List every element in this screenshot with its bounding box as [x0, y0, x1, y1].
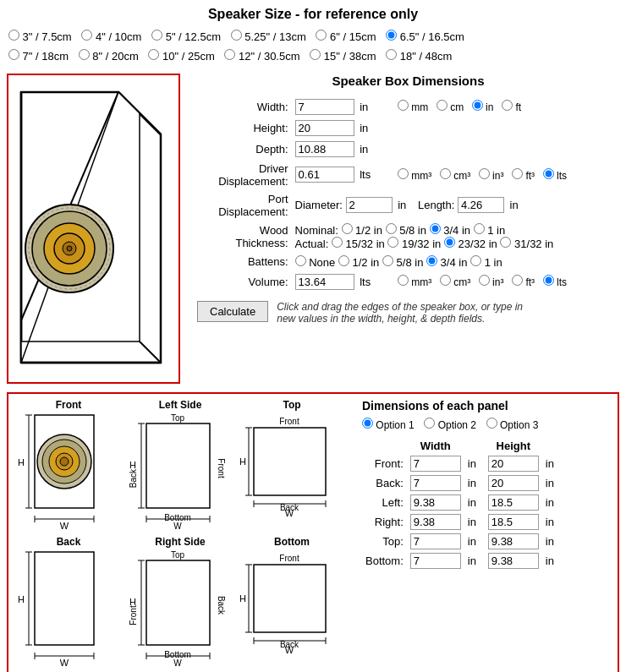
option1[interactable]: Option 1: [362, 419, 415, 431]
panel-rightside-title: Right Side: [125, 536, 235, 548]
svg-text:Front: Front: [217, 458, 226, 478]
size-3[interactable]: 3" / 7.5cm: [8, 30, 72, 43]
batten-5/8[interactable]: 5/8 in: [382, 256, 423, 269]
disp-cm3[interactable]: cm³: [440, 170, 470, 182]
size-5.25[interactable]: 5.25" / 13cm: [231, 30, 306, 43]
port-length-input[interactable]: [458, 197, 504, 213]
volume-input[interactable]: [295, 274, 354, 290]
svg-point-20: [60, 457, 69, 466]
svg-text:Front: Front: [279, 417, 299, 426]
dims-right-label: Right:: [362, 512, 407, 532]
size-4[interactable]: 4" / 10cm: [81, 30, 141, 43]
disp-lts[interactable]: lts: [543, 170, 567, 182]
panel-top: Top Front Back H W: [237, 399, 347, 534]
unit-ft[interactable]: ft: [502, 101, 521, 113]
disp-ft3[interactable]: ft³: [512, 170, 535, 182]
vol-mm3[interactable]: mm³: [398, 276, 431, 288]
size-5[interactable]: 5" / 12.5cm: [151, 30, 221, 43]
back-height-input[interactable]: [488, 475, 539, 491]
svg-text:Back: Back: [217, 596, 226, 615]
size-18[interactable]: 18" / 48cm: [386, 50, 452, 63]
dims-bottom-label: Bottom:: [362, 551, 407, 571]
svg-text:H: H: [129, 597, 136, 607]
driver-displacement-row: DriverDisplacement: lts mm³ cm³ in³ ft³ …: [197, 160, 619, 190]
front-height-input[interactable]: [488, 456, 539, 472]
wood-thickness-label: WoodThickness:: [197, 221, 292, 253]
right-width-input[interactable]: [410, 514, 461, 530]
panel-bottom-svg: Front Back H W: [237, 548, 343, 666]
depth-row: Depth: in: [197, 139, 619, 160]
depth-label: Depth:: [197, 139, 292, 160]
option3[interactable]: Option 3: [486, 419, 539, 431]
unit-cm[interactable]: cm: [437, 101, 464, 113]
panel-leftside-title: Left Side: [125, 399, 235, 411]
left-height-input[interactable]: [488, 494, 539, 511]
left-width-input[interactable]: [410, 494, 461, 511]
size-7[interactable]: 7" / 18cm: [8, 50, 69, 63]
batten-none[interactable]: None: [295, 256, 336, 269]
svg-text:W: W: [60, 658, 69, 666]
nominal-1[interactable]: 1 in: [474, 224, 506, 237]
size-6.5[interactable]: 6.5" / 16.5cm: [386, 30, 464, 43]
option2[interactable]: Option 2: [424, 419, 476, 431]
panel-back-svg: H W: [14, 548, 119, 666]
vol-cm3[interactable]: cm³: [440, 276, 470, 288]
svg-rect-62: [146, 560, 210, 645]
nominal-half[interactable]: 1/2 in: [342, 224, 382, 237]
bottom-width-input[interactable]: [410, 553, 461, 569]
front-width-input[interactable]: [410, 456, 461, 472]
size-10[interactable]: 10" / 25cm: [148, 50, 214, 63]
nominal-3/4[interactable]: 3/4 in: [430, 224, 470, 237]
panel-leftside-svg: Top Bottom Back Front W H: [125, 411, 231, 529]
unit-mm[interactable]: mm: [398, 101, 428, 113]
depth-input[interactable]: [295, 141, 354, 157]
size-15[interactable]: 15" / 38cm: [310, 50, 376, 63]
svg-rect-75: [254, 565, 326, 632]
disp-in3[interactable]: in³: [479, 170, 504, 182]
svg-text:Front: Front: [129, 605, 138, 626]
batten-1[interactable]: 1 in: [470, 256, 502, 269]
svg-text:Back: Back: [129, 468, 138, 488]
driver-displacement-input[interactable]: [295, 167, 354, 183]
svg-text:W: W: [285, 508, 294, 518]
right-height-input[interactable]: [488, 514, 539, 530]
dims-header: Width Height: [362, 438, 563, 454]
vol-in3[interactable]: in³: [479, 276, 504, 288]
vol-ft3[interactable]: ft³: [512, 276, 535, 288]
batten-3/4[interactable]: 3/4 in: [426, 256, 467, 269]
unit-in[interactable]: in: [472, 101, 494, 113]
svg-text:W: W: [285, 645, 294, 655]
wood-thickness-row: WoodThickness: Nominal: 1/2 in 5/8 in 3/…: [197, 221, 619, 253]
svg-text:H: H: [129, 460, 136, 470]
disp-mm3[interactable]: mm³: [398, 170, 431, 182]
dims-top-label: Top:: [362, 532, 407, 551]
dims-left-label: Left:: [362, 493, 407, 512]
width-input[interactable]: [295, 99, 354, 115]
port-displacement-row: PortDisplacement: Diameter: in Length: i…: [197, 190, 619, 221]
volume-label: Volume:: [197, 271, 292, 292]
calculate-button[interactable]: Calculate: [197, 301, 268, 322]
vol-lts[interactable]: lts: [543, 276, 567, 288]
size-8[interactable]: 8" / 20cm: [79, 50, 139, 63]
dimensions-form: Width: in mm cm in ft Height:: [197, 96, 619, 292]
speaker-box-svg: [8, 75, 178, 380]
actual-31/32[interactable]: 31/32 in: [500, 238, 553, 250]
size-12[interactable]: 12" / 30.5cm: [224, 50, 299, 63]
back-width-input[interactable]: [410, 475, 461, 491]
port-diameter-input[interactable]: [346, 197, 393, 213]
right-panel: Speaker Box Dimensions Width: in mm cm i…: [180, 74, 619, 384]
size-6[interactable]: 6" / 15cm: [316, 30, 376, 43]
top-width-input[interactable]: [410, 533, 461, 549]
top-height-input[interactable]: [488, 533, 539, 549]
panel-back-title: Back: [14, 536, 124, 548]
option-group: Option 1 Option 2 Option 3: [362, 418, 612, 431]
svg-text:H: H: [239, 593, 246, 604]
actual-23/32[interactable]: 23/32 in: [444, 238, 497, 250]
dims-right: Right: in in: [362, 512, 563, 532]
actual-19/32[interactable]: 19/32 in: [387, 238, 441, 250]
batten-half[interactable]: 1/2 in: [338, 256, 379, 269]
bottom-height-input[interactable]: [488, 553, 539, 569]
actual-15/32[interactable]: 15/32 in: [332, 238, 385, 250]
nominal-5/8[interactable]: 5/8 in: [386, 224, 426, 237]
height-input[interactable]: [295, 120, 354, 136]
